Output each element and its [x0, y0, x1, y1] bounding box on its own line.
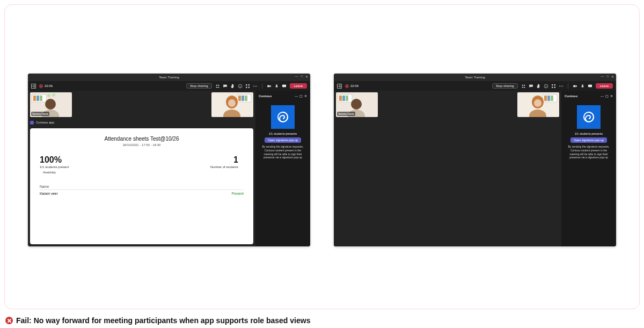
video-tile[interactable]: Serena Davis — [30, 92, 72, 117]
stat-count: 1 Number of students — [139, 155, 244, 174]
window-controls: — □ ✕ — [295, 75, 308, 78]
side-panel: Contoso ⋯ ▢ ✕ 1/1 students presents Open… — [561, 91, 616, 246]
card-subtitle: 26/10/2021 - 17:55 - 18:30 — [40, 143, 244, 147]
svg-point-34 — [524, 84, 525, 85]
svg-point-4 — [240, 85, 241, 86]
window-maximize-icon[interactable]: □ — [301, 75, 303, 78]
contoso-logo — [577, 105, 601, 129]
video-tile[interactable] — [517, 92, 559, 117]
side-panel-title: Contoso — [259, 94, 272, 98]
stop-sharing-button[interactable]: Stop sharing — [186, 83, 212, 89]
svg-point-30 — [228, 99, 236, 107]
window-close-icon[interactable]: ✕ — [305, 75, 308, 78]
people-icon[interactable] — [215, 84, 220, 89]
camera-icon[interactable] — [267, 84, 272, 89]
svg-rect-45 — [573, 85, 576, 86]
participant-avatar — [517, 92, 559, 117]
caption: Fail: No way forward for meeting partici… — [5, 316, 310, 325]
svg-point-43 — [560, 85, 561, 86]
table-row: Karam veer Present — [40, 190, 244, 197]
svg-point-20 — [45, 99, 56, 110]
svg-rect-58 — [547, 96, 550, 101]
svg-point-2 — [238, 84, 242, 88]
svg-point-10 — [254, 85, 255, 86]
teams-window-right: Team Training — □ ✕ 22:06 Stop sharing — [334, 74, 616, 246]
stat-count-label: Number of students — [139, 165, 238, 169]
window-minimize-icon[interactable]: — — [601, 75, 604, 78]
chat-icon[interactable] — [223, 84, 228, 89]
svg-rect-40 — [552, 86, 553, 88]
stage-content: Serena Davis — [334, 91, 561, 246]
svg-rect-59 — [551, 96, 553, 101]
panel-popout-icon[interactable]: ▢ — [299, 94, 303, 98]
more-icon[interactable] — [559, 84, 564, 89]
window-title: Team Training — [465, 76, 485, 79]
panel-close-icon[interactable]: ✕ — [610, 94, 613, 98]
svg-point-3 — [239, 85, 240, 86]
window-maximize-icon[interactable]: □ — [606, 75, 609, 78]
students-count-line: 1/1 students presents — [258, 132, 308, 135]
stat-assiduity-label: Assiduity — [40, 171, 139, 174]
window-close-icon[interactable]: ✕ — [611, 75, 614, 78]
leave-button[interactable]: Leave — [290, 83, 307, 89]
video-tile[interactable] — [211, 92, 253, 117]
chat-icon[interactable] — [529, 84, 533, 89]
svg-point-22 — [47, 94, 50, 97]
participant-avatar — [211, 92, 253, 117]
attendance-card: Attendance sheets Test@10/26 26/10/2021 … — [30, 128, 253, 244]
more-icon[interactable] — [253, 84, 258, 89]
side-panel-description: By sending the signature requests, Conto… — [258, 145, 308, 159]
window-minimize-icon[interactable]: — — [295, 75, 298, 78]
record-icon — [345, 84, 349, 88]
meeting-stage: Serena Davis — [334, 91, 616, 246]
mic-icon[interactable] — [274, 84, 279, 89]
stat-count-value: 1 — [139, 155, 238, 165]
raise-hand-icon[interactable] — [536, 84, 541, 89]
camera-icon[interactable] — [573, 84, 577, 89]
panel-more-icon[interactable]: ⋯ — [601, 94, 604, 98]
apps-icon[interactable] — [551, 84, 556, 89]
svg-point-33 — [522, 84, 523, 85]
panel-more-icon[interactable]: ⋯ — [295, 94, 298, 98]
attendance-table: Name Karam veer Present — [40, 184, 244, 197]
panel-close-icon[interactable]: ✕ — [304, 94, 307, 98]
svg-rect-28 — [245, 96, 247, 101]
table-header-name: Name — [40, 184, 244, 190]
app-tab-icon — [30, 121, 34, 125]
mic-icon[interactable] — [580, 84, 585, 89]
gallery-icon[interactable] — [337, 84, 342, 89]
panel-popout-icon[interactable]: ▢ — [605, 94, 609, 98]
side-panel-title: Contoso — [565, 94, 577, 98]
empty-stage — [334, 119, 561, 246]
svg-point-35 — [544, 84, 548, 88]
open-signature-button[interactable]: Open signature pop-up — [265, 137, 301, 143]
stop-sharing-button[interactable]: Stop sharing — [492, 83, 518, 89]
card-title: Attendance sheets Test@10/26 — [40, 136, 244, 142]
people-icon[interactable] — [521, 84, 526, 89]
side-panel: Contoso ⋯ ▢ ✕ 1/1 students presents Open… — [255, 91, 310, 246]
toolbar-icon-group — [521, 84, 564, 89]
open-signature-button[interactable]: Open signature pop-up — [570, 137, 607, 143]
toolbar-divider — [262, 83, 262, 89]
leave-button[interactable]: Leave — [596, 83, 613, 89]
app-tab[interactable]: Contoso app — [28, 119, 255, 126]
svg-rect-46 — [582, 84, 583, 86]
gallery-icon[interactable] — [31, 84, 36, 89]
raise-hand-icon[interactable] — [230, 84, 235, 89]
apps-icon[interactable] — [245, 84, 250, 89]
svg-point-9 — [253, 85, 254, 86]
reactions-icon[interactable] — [544, 84, 548, 89]
toolbar-av-group — [573, 84, 592, 89]
svg-rect-6 — [248, 84, 249, 85]
svg-point-37 — [546, 85, 547, 86]
side-panel-header: Contoso ⋯ ▢ ✕ — [564, 93, 614, 100]
reactions-icon[interactable] — [238, 84, 243, 89]
share-icon[interactable] — [282, 84, 287, 89]
timer-text: 22:06 — [350, 84, 358, 88]
meeting-stage: Serena Davis — [28, 91, 310, 246]
share-icon[interactable] — [588, 84, 592, 89]
svg-rect-39 — [554, 84, 555, 85]
video-tile[interactable]: Serena Davis — [336, 92, 378, 117]
record-icon — [39, 84, 43, 88]
participant-name-label: Serena Davis — [31, 112, 49, 116]
